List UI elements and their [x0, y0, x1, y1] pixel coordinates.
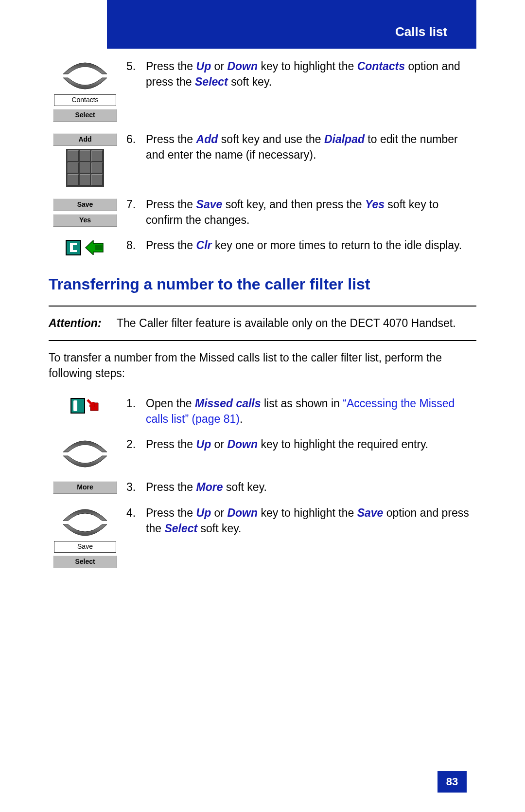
dialpad-icon — [66, 149, 104, 187]
select-softkey: Select — [53, 109, 117, 122]
s2-step-4-text: 4. Press the Up or Down key to highlight… — [126, 505, 476, 536]
s2-step-2-num: 2. — [126, 436, 146, 452]
clr-c-icon — [65, 239, 84, 256]
rocker-down-icon — [61, 523, 109, 538]
rocker-up-icon — [61, 60, 109, 75]
lcd-contacts: Contacts — [54, 94, 116, 106]
step-8-row: 8. Press the Clr key one or more times t… — [49, 237, 476, 256]
svg-rect-3 — [71, 398, 85, 413]
s2-step-1-num: 1. — [126, 396, 146, 427]
up-down-rocker-icon-2 — [61, 438, 109, 469]
step-8-text: 8. Press the Clr key one or more times t… — [126, 237, 476, 253]
rocker-down-icon — [61, 77, 109, 91]
up-down-rocker-icon — [61, 60, 109, 91]
clr-arrow-icon — [85, 240, 105, 255]
step-7-row: Save Yes 7. Press the Save soft key, and… — [49, 197, 476, 228]
add-softkey: Add — [53, 133, 117, 146]
svg-rect-2 — [73, 245, 79, 250]
up-down-rocker-icon-3 — [61, 507, 109, 538]
s2-step-3-row: More 3. Press the More soft key. — [49, 479, 476, 495]
s2-step-1-text: 1. Open the Missed calls list as shown i… — [126, 396, 476, 427]
missed-arrow-icon — [87, 399, 100, 413]
step-6-num: 6. — [126, 131, 146, 162]
divider-top — [49, 306, 476, 307]
s2-step-4-row: Save Select 4. Press the Up or Down key … — [49, 505, 476, 568]
section-heading: Transferring a number to the caller filt… — [49, 275, 476, 293]
s2-step-2-text: 2. Press the Up or Down key to highlight… — [126, 436, 476, 452]
more-softkey: More — [53, 481, 117, 494]
missed-calls-icon — [70, 397, 100, 414]
clr-key-icon — [65, 239, 105, 256]
s2-step-4-num: 4. — [126, 505, 146, 536]
rocker-down-icon — [61, 455, 109, 469]
step-6-text: 6. Press the Add soft key and use the Di… — [126, 131, 476, 162]
attention-block: Attention: The Caller filter feature is … — [49, 315, 476, 331]
s2-step-3-text: 3. Press the More soft key. — [126, 479, 476, 495]
step-6-row: Add 6. Press the Add soft key and use th… — [49, 131, 476, 187]
step-8-num: 8. — [126, 237, 146, 253]
s2-step-2-row: 2. Press the Up or Down key to highlight… — [49, 436, 476, 469]
step-5-num: 5. — [126, 58, 146, 90]
select-softkey-2: Select — [53, 556, 117, 568]
rocker-up-icon — [61, 438, 109, 453]
content-area: Contacts Select 5. Press the Up or Down … — [49, 58, 476, 578]
s2-step-3-num: 3. — [126, 479, 146, 495]
page-number: 83 — [438, 771, 467, 793]
step-7-text: 7. Press the Save soft key, and then pre… — [126, 197, 476, 228]
yes-softkey: Yes — [53, 214, 117, 227]
lcd-save: Save — [54, 541, 116, 553]
header-banner: Calls list — [107, 0, 476, 49]
intro-text: To transfer a number from the Missed cal… — [49, 350, 476, 381]
page: Calls list Contacts Select 5. Press the … — [0, 0, 525, 812]
attention-text: The Caller filter feature is available o… — [117, 315, 456, 331]
phone-box-icon — [70, 397, 87, 414]
step-7-num: 7. — [126, 197, 146, 228]
svg-rect-4 — [73, 400, 77, 411]
s2-step-1-row: 1. Open the Missed calls list as shown i… — [49, 396, 476, 427]
save-softkey: Save — [53, 198, 117, 211]
rocker-up-icon — [61, 507, 109, 522]
step-5-text: 5. Press the Up or Down key to highlight… — [126, 58, 476, 90]
header-title: Calls list — [395, 24, 447, 39]
attention-label: Attention: — [49, 315, 117, 331]
divider-bottom — [49, 340, 476, 341]
step-5-row: Contacts Select 5. Press the Up or Down … — [49, 58, 476, 122]
